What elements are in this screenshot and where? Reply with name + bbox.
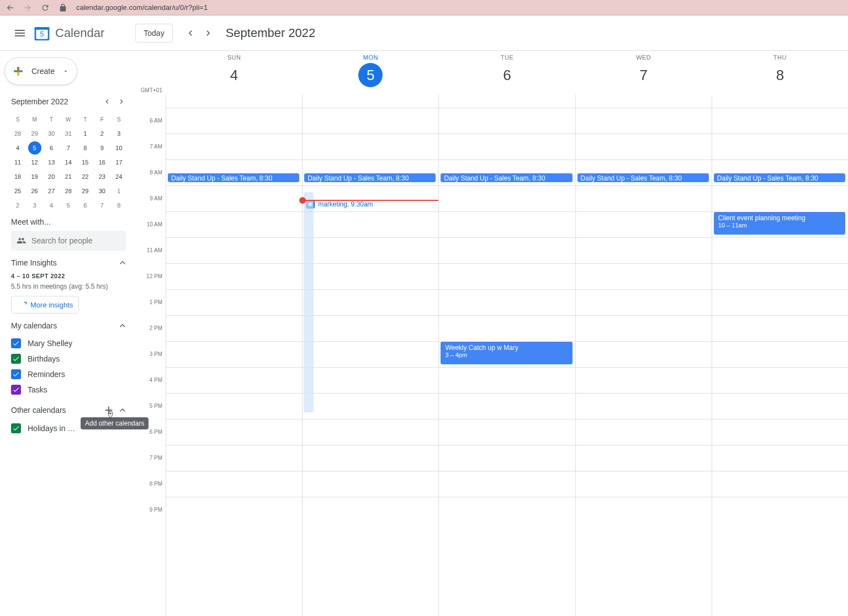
day-column[interactable]: Daily Stand Up - Sales Team, 8:30marketi… <box>302 95 438 616</box>
checkbox[interactable] <box>11 385 21 395</box>
checkbox[interactable] <box>11 338 21 348</box>
mini-cal-day[interactable]: 1 <box>78 127 92 140</box>
today-button[interactable]: Today <box>135 24 172 43</box>
calendar-name: Birthdays <box>28 354 60 363</box>
day-column[interactable]: Daily Stand Up - Sales Team, 8:30Client … <box>712 95 848 616</box>
mini-cal-day[interactable]: 24 <box>112 170 125 183</box>
mini-cal-day[interactable]: 26 <box>28 184 41 198</box>
next-period-button[interactable] <box>199 24 217 42</box>
mini-cal-day[interactable]: 1 <box>112 184 125 198</box>
app-logo[interactable]: 5 Calendar <box>33 24 104 42</box>
event[interactable]: Weekly Catch up w Mary3 – 4pm <box>440 341 573 365</box>
browser-chrome: calendar.google.com/calendar/u/0/r?pli=1 <box>0 0 848 15</box>
mini-cal-day[interactable]: 20 <box>45 170 58 183</box>
mini-cal-day[interactable]: 30 <box>45 127 58 140</box>
mini-cal-day[interactable]: 29 <box>28 127 41 140</box>
mini-cal-day[interactable]: 14 <box>62 156 75 169</box>
mini-next-button[interactable] <box>115 95 128 108</box>
mini-cal-day[interactable]: 2 <box>11 199 24 212</box>
mini-cal-day[interactable]: 7 <box>62 141 75 155</box>
mini-cal-day[interactable]: 21 <box>62 170 75 183</box>
checkbox[interactable] <box>11 369 21 379</box>
reload-icon[interactable] <box>41 3 50 12</box>
create-button[interactable]: Create <box>4 57 77 85</box>
day-header[interactable]: TUE6 <box>438 51 575 95</box>
day-header[interactable]: MON5 <box>302 51 438 95</box>
day-name: MON <box>303 54 438 61</box>
mini-cal-day[interactable]: 8 <box>78 141 92 155</box>
mini-cal-day[interactable]: 10 <box>112 141 125 155</box>
calendar-grid: GMT+01 SUN4MON5TUE6WED7THU8 6 AM7 AM8 AM… <box>137 51 848 616</box>
back-icon[interactable] <box>6 3 14 12</box>
day-column[interactable]: Daily Stand Up - Sales Team, 8:30Weekly … <box>438 95 575 616</box>
event[interactable]: Daily Stand Up - Sales Team, 8:30 <box>304 173 436 183</box>
mini-cal-day[interactable]: 16 <box>96 156 109 169</box>
event[interactable]: Daily Stand Up - Sales Team, 8:30 <box>577 173 709 183</box>
time-label: 10 AM <box>147 221 162 227</box>
event-chip[interactable]: marketing, 9:30am <box>306 200 373 209</box>
mini-cal-day[interactable]: 23 <box>96 170 109 183</box>
mini-cal-day[interactable]: 3 <box>28 199 41 212</box>
day-header[interactable]: THU8 <box>712 51 848 95</box>
mini-cal-day[interactable]: 30 <box>96 184 109 198</box>
svg-rect-4 <box>17 67 19 70</box>
mini-cal-day[interactable]: 8 <box>112 199 125 212</box>
calendar-item[interactable]: Tasks <box>11 382 128 397</box>
hamburger-icon[interactable] <box>9 22 31 44</box>
mini-cal-day[interactable]: 12 <box>28 156 41 169</box>
checkbox[interactable] <box>11 354 21 364</box>
mini-cal-day[interactable]: 4 <box>11 141 24 155</box>
event[interactable]: Daily Stand Up - Sales Team, 8:30 <box>167 173 300 183</box>
mini-cal-day[interactable]: 28 <box>62 184 75 198</box>
mini-prev-button[interactable] <box>100 95 114 108</box>
url-text[interactable]: calendar.google.com/calendar/u/0/r?pli=1 <box>76 3 208 12</box>
mini-cal-dow: T <box>78 113 92 126</box>
mini-cal-day[interactable]: 19 <box>28 170 41 183</box>
mini-cal-day[interactable]: 5 <box>62 199 75 212</box>
event[interactable]: Client event planning meeting10 – 11am <box>713 211 846 235</box>
mini-cal-day[interactable]: 18 <box>11 170 24 183</box>
mini-cal-day[interactable]: 5 <box>28 141 41 155</box>
mini-cal-day[interactable]: 6 <box>78 199 92 212</box>
mini-cal-day[interactable]: 28 <box>11 127 24 140</box>
mini-cal-day[interactable]: 2 <box>96 127 109 140</box>
day-column[interactable]: Daily Stand Up - Sales Team, 8:30 <box>166 95 302 616</box>
forward-icon[interactable] <box>23 3 32 12</box>
time-insights-hours: 5.5 hrs in meetings (avg: 5.5 hrs) <box>11 283 128 290</box>
mini-cal-day[interactable]: 9 <box>96 141 109 155</box>
checkbox[interactable] <box>11 423 21 433</box>
event[interactable]: Daily Stand Up - Sales Team, 8:30 <box>713 173 846 183</box>
chevron-up-icon <box>117 405 128 416</box>
mini-cal-day[interactable]: 11 <box>11 156 24 169</box>
calendar-item[interactable]: Birthdays <box>11 351 128 367</box>
day-column[interactable]: Daily Stand Up - Sales Team, 8:30 <box>575 95 712 616</box>
mini-cal-day[interactable]: 15 <box>78 156 92 169</box>
other-calendars-header[interactable]: Other calendars Add other calendars <box>11 404 128 416</box>
add-calendar-button[interactable]: Add other calendars <box>103 404 115 416</box>
day-header[interactable]: WED7 <box>575 51 712 95</box>
mini-cal-day[interactable]: 27 <box>45 184 58 198</box>
mini-cal-day[interactable]: 31 <box>62 127 75 140</box>
search-people-field[interactable] <box>11 231 126 251</box>
mini-cal-day[interactable]: 13 <box>45 156 58 169</box>
calendar-item[interactable]: Reminders <box>11 367 128 382</box>
calendar-item[interactable]: Mary Shelley <box>11 336 128 351</box>
mini-cal-day[interactable]: 7 <box>96 199 109 212</box>
event[interactable]: Daily Stand Up - Sales Team, 8:30 <box>440 173 573 183</box>
more-insights-button[interactable]: More insights <box>11 296 79 314</box>
day-header[interactable]: SUN4 <box>166 51 302 95</box>
calendar-name: Reminders <box>28 370 65 379</box>
mini-cal-day[interactable]: 25 <box>11 184 24 198</box>
sidebar: Create September 2022 SMTWTFS28293031123… <box>0 51 137 616</box>
mini-cal-day[interactable]: 4 <box>45 199 58 212</box>
insights-icon <box>17 300 27 310</box>
mini-cal-day[interactable]: 22 <box>78 170 92 183</box>
mini-cal-day[interactable]: 3 <box>112 127 125 140</box>
mini-cal-day[interactable]: 6 <box>45 141 58 155</box>
time-insights-header[interactable]: Time Insights <box>11 257 128 268</box>
prev-period-button[interactable] <box>182 24 199 42</box>
my-calendars-header[interactable]: My calendars <box>11 320 128 331</box>
mini-cal-day[interactable]: 29 <box>78 184 92 198</box>
mini-cal-day[interactable]: 17 <box>112 156 125 169</box>
search-people-input[interactable] <box>31 236 120 245</box>
